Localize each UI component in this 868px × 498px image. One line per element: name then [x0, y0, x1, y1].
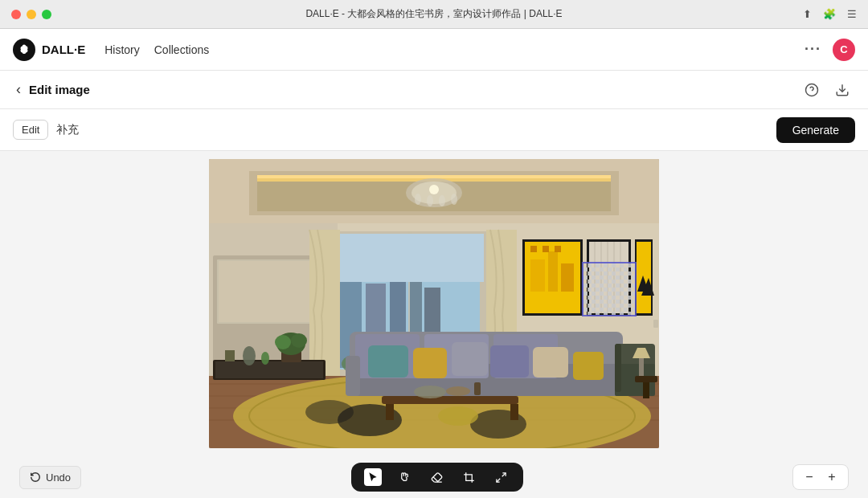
bottom-toolbar: Undo: [0, 456, 868, 498]
user-avatar[interactable]: C: [833, 39, 855, 61]
select-tool-button[interactable]: [364, 468, 382, 486]
canvas-area: [0, 151, 868, 456]
edit-header-left: ‹ Edit image: [16, 81, 90, 98]
prompt-bar: Edit Generate: [0, 109, 868, 151]
svg-rect-86: [452, 342, 488, 376]
svg-rect-20: [219, 261, 320, 322]
generate-button[interactable]: Generate: [776, 117, 855, 143]
svg-rect-82: [346, 356, 360, 396]
expand-tool-button[interactable]: [493, 468, 510, 486]
zoom-group: − +: [792, 464, 849, 490]
svg-rect-8: [257, 175, 611, 178]
svg-rect-91: [386, 404, 394, 420]
menu-icon[interactable]: ☰: [847, 8, 857, 20]
svg-rect-70: [225, 350, 235, 361]
svg-rect-89: [573, 352, 604, 380]
svg-rect-40: [530, 259, 545, 292]
more-options-button[interactable]: ···: [805, 41, 821, 58]
prompt-input[interactable]: [56, 124, 768, 137]
svg-rect-45: [555, 246, 561, 252]
svg-point-93: [414, 386, 446, 398]
image-wrapper: [209, 159, 659, 448]
svg-point-76: [291, 333, 307, 348]
svg-rect-95: [474, 382, 481, 395]
nav-history[interactable]: History: [104, 43, 140, 56]
titlebar: DALL·E - 大都会风格的住宅书房，室内设计师作品 | DALL·E ⬆ 🧩…: [0, 0, 868, 29]
crop-tool-button[interactable]: [461, 468, 478, 486]
svg-point-13: [427, 195, 433, 206]
brand-logo[interactable]: DALL·E: [13, 39, 85, 61]
svg-line-105: [497, 478, 500, 481]
svg-rect-85: [413, 348, 447, 378]
svg-rect-54: [637, 242, 651, 313]
svg-point-94: [446, 386, 470, 396]
svg-rect-90: [382, 396, 518, 404]
edit-header-right: [802, 80, 852, 100]
svg-rect-87: [490, 345, 529, 378]
svg-point-65: [305, 400, 354, 424]
share-icon[interactable]: ⬆: [803, 8, 812, 20]
main-image[interactable]: [209, 159, 659, 448]
svg-point-75: [275, 335, 291, 349]
maximize-button[interactable]: [42, 10, 51, 19]
svg-rect-99: [635, 376, 657, 382]
openai-icon: [13, 39, 35, 61]
svg-rect-88: [533, 347, 568, 378]
extension-icon[interactable]: 🧩: [823, 8, 836, 20]
help-button[interactable]: [802, 80, 821, 100]
zoom-out-button[interactable]: −: [801, 469, 817, 485]
svg-rect-44: [542, 246, 549, 252]
traffic-lights: [11, 10, 51, 19]
edit-image-title: Edit image: [29, 83, 90, 96]
edit-mode-tab[interactable]: Edit: [13, 120, 48, 140]
hand-tool-button[interactable]: [396, 468, 414, 486]
svg-point-72: [261, 352, 269, 365]
svg-point-67: [438, 406, 478, 426]
download-button[interactable]: [833, 80, 852, 100]
svg-rect-92: [510, 404, 518, 420]
svg-rect-42: [561, 263, 574, 292]
svg-rect-101: [639, 358, 644, 376]
svg-rect-84: [368, 345, 408, 378]
svg-rect-33: [336, 234, 484, 282]
brand-name: DALL·E: [42, 43, 85, 56]
svg-rect-103: [653, 320, 658, 328]
zoom-in-button[interactable]: +: [824, 469, 840, 485]
svg-point-15: [451, 194, 457, 205]
nav-collections[interactable]: Collections: [154, 43, 209, 56]
window-title: DALL·E - 大都会风格的住宅书房，室内设计师作品 | DALL·E: [305, 7, 562, 21]
selection-box[interactable]: [582, 262, 637, 316]
svg-rect-69: [215, 361, 323, 378]
edit-header: ‹ Edit image: [0, 71, 868, 109]
svg-point-14: [439, 195, 445, 206]
back-button[interactable]: ‹: [16, 81, 21, 98]
svg-rect-41: [548, 251, 558, 292]
navbar-right: ··· C: [805, 39, 855, 61]
titlebar-icons: ⬆ 🧩 ☰: [803, 8, 857, 20]
navbar-nav: History Collections: [104, 43, 785, 56]
navbar: DALL·E History Collections ··· C: [0, 29, 868, 71]
undo-label: Undo: [46, 471, 71, 484]
svg-rect-100: [643, 382, 649, 398]
undo-button[interactable]: Undo: [19, 466, 81, 489]
tool-group: [351, 463, 523, 492]
svg-point-71: [243, 346, 256, 365]
minimize-button[interactable]: [27, 10, 36, 19]
svg-line-104: [502, 472, 506, 476]
svg-point-12: [415, 194, 421, 205]
svg-rect-98: [615, 344, 621, 392]
svg-point-11: [429, 185, 439, 194]
eraser-tool-button[interactable]: [428, 468, 446, 486]
close-button[interactable]: [11, 10, 21, 19]
svg-rect-43: [530, 246, 537, 252]
